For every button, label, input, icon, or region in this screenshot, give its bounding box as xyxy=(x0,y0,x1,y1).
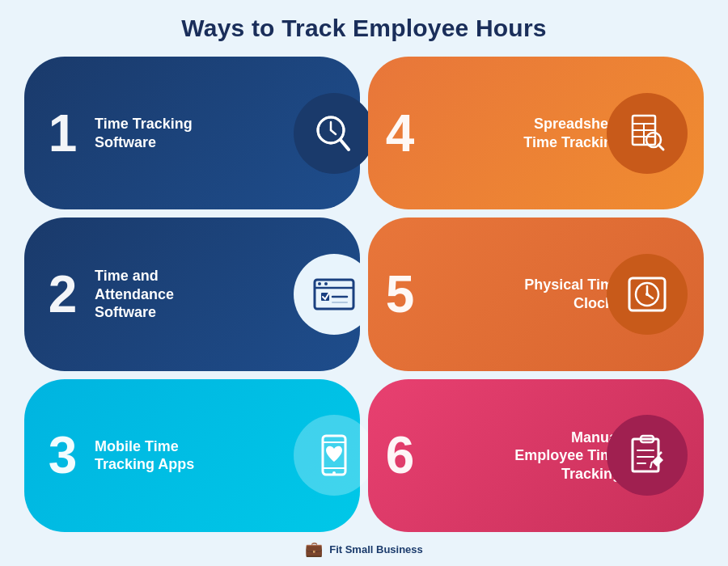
svg-line-11 xyxy=(658,145,663,150)
spreadsheet-search-icon xyxy=(623,109,671,158)
brand-icon: 💼 xyxy=(305,540,323,558)
card-5-number: 5 xyxy=(378,268,422,320)
svg-point-24 xyxy=(645,293,649,296)
browser-check-icon xyxy=(310,270,358,319)
svg-point-15 xyxy=(324,282,328,285)
card-4-icon-circle xyxy=(607,93,688,174)
card-1-number: 1 xyxy=(40,108,85,159)
magnify-clock-icon xyxy=(310,109,358,158)
page-title: Ways to Track Employee Hours xyxy=(181,15,546,42)
card-6-icon-circle xyxy=(607,415,688,496)
card-1-icon-circle xyxy=(294,93,375,174)
card-manual-employee-tracking: ManualEmployee TimeTracking 6 xyxy=(368,379,704,532)
svg-line-35 xyxy=(650,462,652,468)
clock-square-icon xyxy=(623,270,671,319)
card-2-label: Time andAttendanceSoftware xyxy=(95,267,294,322)
svg-line-2 xyxy=(331,130,336,134)
card-1-label: Time TrackingSoftware xyxy=(95,115,294,151)
card-3-icon-circle xyxy=(294,415,375,496)
footer: 💼 Fit Small Business xyxy=(305,540,423,558)
svg-point-28 xyxy=(332,471,336,475)
card-time-tracking-software: 1 Time TrackingSoftware xyxy=(24,57,360,209)
card-6-label: ManualEmployee TimeTracking xyxy=(422,429,621,484)
card-2-icon-circle xyxy=(294,254,375,335)
card-physical-time-clocks: Physical TimeClocks 5 xyxy=(368,218,704,370)
cards-grid: 1 Time TrackingSoftware xyxy=(24,57,704,532)
card-4-label: SpreadsheetTime Tracking xyxy=(422,115,621,151)
mobile-heart-icon xyxy=(310,431,358,479)
card-5-icon-circle xyxy=(607,254,688,335)
svg-line-3 xyxy=(341,140,349,150)
svg-rect-29 xyxy=(633,439,658,471)
card-3-number: 3 xyxy=(40,429,85,481)
brand-name: Fit Small Business xyxy=(329,543,423,555)
card-5-label: Physical TimeClocks xyxy=(422,276,621,312)
card-spreadsheet-time-tracking: SpreadsheetTime Tracking 4 xyxy=(368,57,704,209)
card-mobile-time-tracking: 3 Mobile TimeTracking Apps xyxy=(24,379,360,532)
svg-point-14 xyxy=(318,282,321,285)
clipboard-pen-icon xyxy=(623,431,671,479)
card-time-attendance-software: 2 Time andAttendanceSoftware xyxy=(24,218,360,370)
card-3-label: Mobile TimeTracking Apps xyxy=(95,437,294,474)
card-6-number: 6 xyxy=(378,429,422,481)
card-2-number: 2 xyxy=(40,268,85,320)
card-4-number: 4 xyxy=(378,108,422,159)
